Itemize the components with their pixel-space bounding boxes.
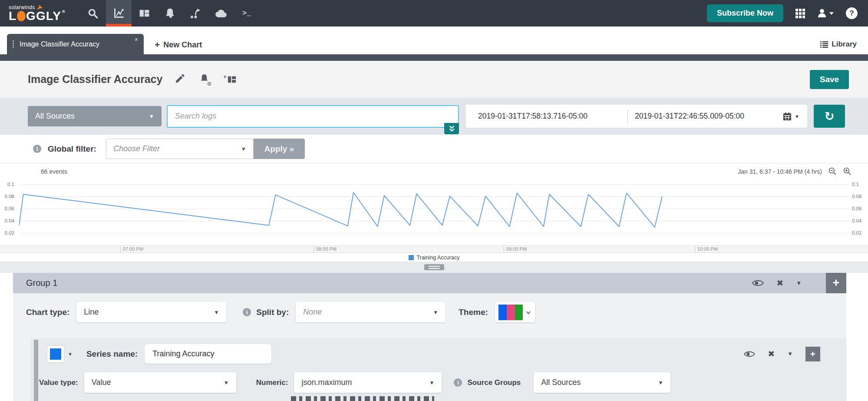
series-name-label: Series name: bbox=[86, 349, 138, 359]
loggly-logo[interactable]: solarwinds LGGLY® bbox=[9, 4, 66, 22]
resize-band bbox=[0, 262, 868, 273]
group-actions: ✖ ▼ + bbox=[752, 273, 846, 293]
info-icon: i bbox=[33, 145, 41, 153]
subscribe-now-button[interactable]: Subscribe Now bbox=[707, 4, 783, 22]
chart-header: 66 events Jan 31, 6:37 - 10:46 PM (4 hrs… bbox=[0, 163, 868, 175]
series-name-input[interactable] bbox=[145, 344, 271, 364]
chart-type-label: Chart type: bbox=[26, 308, 69, 317]
value-type-label: Value type: bbox=[39, 378, 78, 387]
new-chart-button[interactable]: + New Chart bbox=[155, 40, 202, 50]
theme-select[interactable] bbox=[495, 302, 535, 322]
date-to-field[interactable]: 2019-01-31T22:46:55.009-05:00 bbox=[628, 112, 744, 121]
calendar-picker[interactable]: ▼ bbox=[783, 112, 807, 121]
series-drag-bar[interactable] bbox=[34, 340, 38, 401]
add-to-dashboard-icon[interactable]: + bbox=[223, 75, 237, 84]
eye-icon[interactable] bbox=[744, 351, 755, 358]
dropdown-caret-icon[interactable]: ▼ bbox=[68, 351, 73, 357]
navbar-right: Subscribe Now ? bbox=[707, 4, 858, 22]
refresh-icon: ↻ bbox=[825, 109, 835, 123]
save-button[interactable]: Save bbox=[810, 70, 849, 89]
apply-button[interactable]: Apply » bbox=[254, 139, 305, 159]
tab-image-classifier-accuracy[interactable]: Image Classifier Accuracy × bbox=[7, 34, 144, 54]
dropdown-caret-icon: ▼ bbox=[149, 113, 154, 119]
numeric-label: Numeric: bbox=[256, 378, 288, 387]
series-fields-row: Value type: Value ▼ Numeric: json.maximu… bbox=[30, 372, 846, 393]
alerts-icon[interactable] bbox=[157, 0, 183, 27]
add-group-button[interactable]: + bbox=[826, 273, 846, 293]
y-axis-left: 0.10.080.060.040.02 bbox=[0, 180, 17, 245]
chart-type-select[interactable]: Line ▼ bbox=[76, 302, 226, 322]
eye-icon[interactable] bbox=[752, 279, 764, 287]
series-color-swatch[interactable] bbox=[47, 345, 64, 363]
source-setup-icon[interactable] bbox=[183, 0, 208, 27]
search-section: All Sources ▼ 2019-01-31T17:58:13.716-05… bbox=[0, 98, 868, 135]
group-header: Group 1 ✖ ▼ + bbox=[13, 273, 846, 293]
add-series-button[interactable]: + bbox=[805, 347, 820, 361]
theme-label: Theme: bbox=[459, 308, 488, 317]
dropdown-caret-icon: ▼ bbox=[429, 380, 435, 386]
charts-icon[interactable] bbox=[106, 0, 132, 27]
split-by-label: Split by: bbox=[256, 308, 289, 317]
tab-bar: Image Classifier Accuracy × + New Chart … bbox=[0, 27, 868, 61]
tab-strip-divider bbox=[0, 54, 868, 61]
value-type-select[interactable]: Value ▼ bbox=[84, 372, 236, 393]
tab-close-icon[interactable]: × bbox=[135, 36, 138, 43]
series-actions: ✖ ▼ + bbox=[744, 347, 820, 361]
series-source-groups-select[interactable]: All Sources ▼ bbox=[534, 372, 670, 393]
dropdown-caret-icon: ▼ bbox=[658, 380, 663, 386]
split-by-select[interactable]: None ▼ bbox=[296, 302, 446, 322]
group-body: Chart type: Line ▼ i Split by: None ▼ Th… bbox=[13, 293, 846, 401]
date-from-field[interactable]: 2019-01-31T17:58:13.716-05:00 bbox=[466, 112, 627, 121]
group-controls-row: Chart type: Line ▼ i Split by: None ▼ Th… bbox=[26, 302, 846, 322]
calendar-icon bbox=[783, 112, 792, 121]
dropdown-caret-icon: ▼ bbox=[433, 309, 438, 315]
collapse-chevrons-button[interactable] bbox=[444, 123, 459, 134]
apps-grid-icon[interactable] bbox=[795, 9, 805, 18]
top-navbar: solarwinds LGGLY® bbox=[0, 0, 868, 27]
tab-grip-icon[interactable] bbox=[13, 40, 14, 48]
alert-bell-icon[interactable]: ⚙ bbox=[199, 73, 209, 85]
user-menu[interactable] bbox=[817, 8, 834, 19]
x-axis: 07:00 PM08:00 PM09:00 PM10:00 PM bbox=[0, 245, 868, 253]
source-groups-label: Source Groups bbox=[467, 378, 521, 387]
clipped-content bbox=[291, 396, 434, 401]
loggly-o-icon bbox=[17, 11, 26, 21]
title-section: Image Classifier Accuracy ⚙ + Save bbox=[0, 61, 868, 98]
search-icon[interactable] bbox=[80, 0, 106, 27]
chevron-down-icon bbox=[829, 12, 834, 15]
edit-pencil-icon[interactable] bbox=[175, 73, 185, 86]
remove-group-icon[interactable]: ✖ bbox=[776, 278, 783, 288]
library-button[interactable]: Library bbox=[820, 40, 857, 49]
zoom-out-icon[interactable] bbox=[828, 167, 837, 176]
dashboards-icon[interactable] bbox=[132, 0, 157, 27]
date-range-box: 2019-01-31T17:58:13.716-05:00 2019-01-31… bbox=[466, 105, 807, 128]
dropdown-caret-icon: ▼ bbox=[241, 146, 246, 152]
search-input[interactable] bbox=[167, 105, 459, 128]
chart-legend[interactable]: Training Accuracy bbox=[0, 254, 868, 261]
live-tail-icon[interactable]: >_ bbox=[234, 0, 260, 27]
user-icon bbox=[817, 8, 828, 19]
zoom-in-icon[interactable] bbox=[843, 167, 851, 176]
group-title: Group 1 bbox=[26, 278, 57, 288]
global-filter-label: Global filter: bbox=[48, 144, 96, 154]
tab-title: Image Classifier Accuracy bbox=[20, 40, 99, 48]
library-list-icon bbox=[820, 41, 828, 48]
collapse-group-icon[interactable]: ▼ bbox=[796, 280, 802, 286]
source-groups-select[interactable]: All Sources ▼ bbox=[28, 106, 162, 126]
numeric-select[interactable]: json.maximum ▼ bbox=[294, 372, 442, 393]
plot-row: 0.10.080.060.040.02 0.10.080.060.040.02 bbox=[0, 180, 868, 245]
series-block: ▼ Series name: ✖ ▼ + Value type: Value ▼… bbox=[30, 338, 846, 401]
archive-icon[interactable] bbox=[208, 0, 234, 27]
refresh-button[interactable]: ↻ bbox=[814, 105, 845, 128]
theme-swatch-stripes bbox=[498, 305, 523, 320]
help-icon[interactable]: ? bbox=[846, 7, 858, 19]
drag-handle[interactable] bbox=[424, 264, 444, 270]
nav-icon-bar: >_ bbox=[80, 0, 260, 27]
remove-series-icon[interactable]: ✖ bbox=[768, 349, 775, 359]
page-title: Image Classifier Accuracy bbox=[28, 73, 162, 86]
chart-plot[interactable] bbox=[19, 180, 849, 245]
collapse-series-icon[interactable]: ▼ bbox=[787, 351, 793, 357]
loggly-wordmark: LGGLY® bbox=[9, 10, 66, 22]
series-color-fill bbox=[50, 348, 61, 360]
global-filter-select[interactable]: Choose Filter ▼ bbox=[106, 139, 254, 159]
